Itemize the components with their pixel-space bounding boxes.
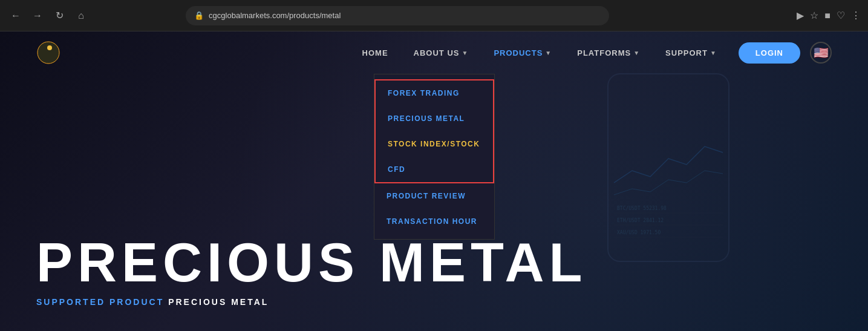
dropdown-stock-index[interactable]: STOCK INDEX/STOCK [376,131,493,157]
hero-content: PRECIOUS METAL SUPPORTED PRODUCT PRECIOU… [0,235,868,307]
dropdown-transaction-hour[interactable]: TRANSACTION HOUR [374,209,494,234]
svg-text:XAU/USD   1971.50: XAU/USD 1971.50 [617,230,661,235]
nav-support[interactable]: SUPPORT ▼ [656,44,726,62]
products-dropdown: FOREX TRADING PRECIOUS METAL STOCK INDEX… [374,74,495,240]
logo[interactable] [36,41,60,65]
hero-subtitle: SUPPORTED PRODUCT PRECIOUS METAL [36,297,832,307]
profile-icon[interactable]: ♡ [837,10,845,21]
nav-products[interactable]: PRODUCTS ▼ [484,44,561,62]
reload-button[interactable]: ↻ [51,7,68,24]
hero-subtitle-product: PRECIOUS METAL [168,297,269,307]
svg-text:BTC/USDT  55231.98: BTC/USDT 55231.98 [617,206,667,211]
hero-subtitle-supported: SUPPORTED PRODUCT [36,297,164,307]
about-us-chevron: ▼ [462,50,468,56]
menu-icon[interactable]: ⋮ [851,10,861,21]
back-button[interactable]: ← [7,7,24,24]
site-wrapper: BTC/USDT 55231.98 ETH/USDT 2841.12 XAU/U… [0,31,868,331]
navbar: HOME ABOUT US ▼ PRODUCTS ▼ PLATFORMS ▼ S… [0,31,868,74]
lock-icon: 🔒 [194,11,204,20]
nav-links: HOME ABOUT US ▼ PRODUCTS ▼ PLATFORMS ▼ S… [353,44,726,62]
cast-icon[interactable]: ▶ [797,10,804,21]
url-text[interactable]: cgcglobalmarkets.com/products/metal [209,11,341,20]
dropdown-product-review[interactable]: PRODUCT REVIEW [374,183,494,209]
nav-home[interactable]: HOME [353,44,398,62]
dropdown-precious-metal[interactable]: PRECIOUS METAL [376,106,493,131]
hero-title: PRECIOUS METAL [36,235,832,290]
products-chevron: ▼ [545,50,552,56]
logo-icon [36,41,60,65]
nav-platforms[interactable]: PLATFORMS ▼ [567,44,650,62]
dropdown-highlighted-section: FOREX TRADING PRECIOUS METAL STOCK INDEX… [374,79,494,183]
browser-toolbar: ▶ ☆ ■ ♡ ⋮ [797,10,861,21]
svg-text:ETH/USDT  2841.12: ETH/USDT 2841.12 [617,218,664,223]
support-chevron: ▼ [710,50,717,56]
svg-point-7 [38,42,59,64]
home-button[interactable]: ⌂ [73,7,90,24]
nav-about-us[interactable]: ABOUT US ▼ [404,44,478,62]
dropdown-forex-trading[interactable]: FOREX TRADING [376,80,493,106]
platforms-chevron: ▼ [633,50,640,56]
svg-point-8 [47,45,52,50]
language-flag[interactable]: 🇺🇸 [810,42,832,64]
dropdown-cfd[interactable]: CFD [376,157,493,182]
address-bar[interactable]: 🔒 cgcglobalmarkets.com/products/metal [186,6,609,25]
browser-chrome: ← → ↻ ⌂ 🔒 cgcglobalmarkets.com/products/… [0,0,868,31]
bookmark-icon[interactable]: ☆ [810,10,818,21]
login-button[interactable]: LOGIN [739,42,800,64]
extensions-icon[interactable]: ■ [824,10,830,21]
forward-button[interactable]: → [29,7,46,24]
